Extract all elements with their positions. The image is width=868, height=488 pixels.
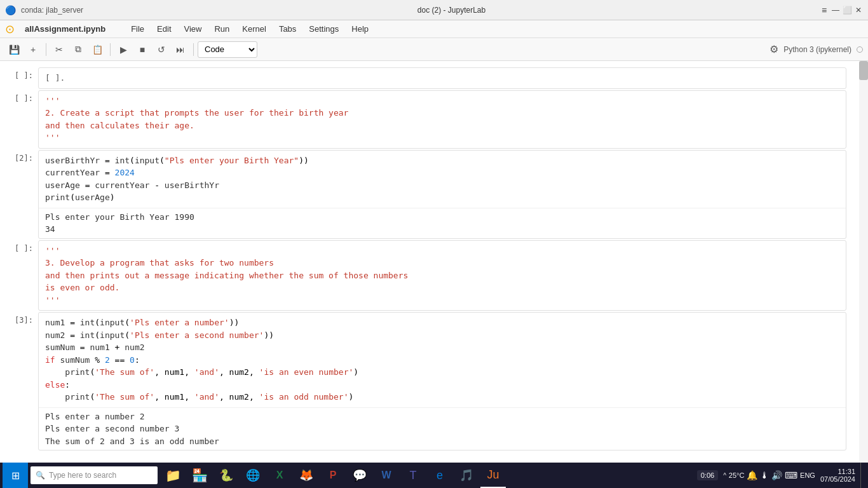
scrollbar[interactable] [859, 61, 868, 463]
timer-badge[interactable]: 0:06 [697, 470, 718, 480]
toolbar: 💾 + ✂ ⧉ 📋 ▶ ■ ↺ ⏭ Code Markdown Raw ⚙ Py… [0, 38, 868, 61]
hamburger-menu[interactable]: ≡ [820, 6, 829, 15]
taskbar-icon-music[interactable]: 🎵 [454, 463, 479, 488]
stop-button[interactable]: ■ [133, 41, 151, 58]
search-icon: 🔍 [36, 471, 45, 480]
taskbar-icon-explorer[interactable]: 📁 [160, 463, 186, 488]
minimize-button[interactable]: — [831, 6, 840, 15]
cell-output-4: Pls enter a number 2 Pls enter a second … [39, 407, 846, 451]
taskbar-icon-firefox[interactable]: 🦊 [294, 463, 319, 488]
cell-content-top: [ ]. [38, 67, 846, 89]
copy-button[interactable]: ⧉ [69, 41, 87, 58]
taskbar-icon-jupyter[interactable]: Ju [480, 463, 506, 488]
cell-label-4: [3]: [0, 312, 38, 327]
taskbar-icon-store[interactable]: 🏪 [187, 463, 212, 488]
taskbar-icon-powerpoint[interactable]: P [320, 463, 346, 488]
separator-1 [46, 43, 46, 56]
taskbar-icon-teams[interactable]: T [400, 463, 426, 488]
taskbar-icon-chrome[interactable]: 🌐 [240, 463, 266, 488]
cell-input-4: num1 = int(input('Pls enter a number')) … [39, 313, 846, 407]
restart-button[interactable]: ↺ [153, 41, 170, 58]
taskbar-icon-word[interactable]: W [374, 463, 399, 488]
search-placeholder: Type here to search [49, 471, 116, 480]
show-desktop-button[interactable] [860, 463, 865, 488]
systray-temp: 25°C [729, 471, 745, 479]
cell-input-1: ''' 2. Create a script that prompts the … [39, 91, 846, 148]
cell-label-3: [ ]: [0, 240, 38, 255]
cell-code-2: [2]: userBirthYr = int(input("Pls enter … [0, 150, 859, 239]
cell-label-top: [ ]: [0, 67, 38, 83]
systray-lang: ENG [800, 471, 815, 479]
taskbar-app-icons: 📁 🏪 🐍 🌐 X 🦊 P 💬 W T e [160, 463, 506, 488]
notebook-title: allAssignment.ipynb [20, 23, 111, 35]
menu-run[interactable]: Run [209, 23, 234, 35]
taskbar-right: 0:06 ^ 25°C 🔔 🌡 🔊 ⌨ ENG 11:31 07/05/2024 [697, 463, 865, 488]
menu-tabs[interactable]: Tabs [274, 23, 301, 35]
main-area: [ ]: [ ]. [ ]: ''' 2. Create a script th… [0, 61, 868, 463]
taskbar-icon-excel[interactable]: X [267, 463, 292, 488]
taskbar-icon-whatsapp[interactable]: 💬 [347, 463, 372, 488]
cell-input-top: [ ]. [39, 68, 846, 88]
scrollbar-thumb[interactable] [859, 61, 868, 80]
taskbar-icon-anaconda[interactable]: 🐍 [214, 463, 239, 488]
close-button[interactable]: ✕ [854, 6, 863, 15]
taskbar: ⊞ 🔍 Type here to search 📁 🏪 🐍 🌐 X 🦊 P 💬 [0, 463, 868, 488]
app-icon: 🔵 [5, 5, 16, 15]
run-button[interactable]: ▶ [114, 41, 132, 58]
menu-file[interactable]: File [126, 23, 149, 35]
conda-label: conda: jlab_server [21, 6, 83, 15]
systray-chevron[interactable]: ^ [723, 472, 726, 479]
kernel-gear-icon: ⚙ [770, 43, 778, 55]
restart-run-button[interactable]: ⏭ [172, 41, 189, 58]
titlebar: 🔵 conda: jlab_server doc (2) - JupyterLa… [0, 0, 868, 20]
systray-icons: 🔔 🌡 🔊 ⌨ [747, 470, 797, 480]
cell-code-4: [3]: num1 = int(input('Pls enter a numbe… [0, 312, 859, 451]
cell-input-3: ''' 3. Develop a program that asks for t… [39, 241, 846, 311]
search-bar[interactable]: 🔍 Type here to search [31, 466, 158, 484]
menubar: ⊙ allAssignment.ipynb File Edit View Run… [0, 20, 868, 38]
toolbar-right: ⚙ Python 3 (ipykernel) [770, 43, 863, 55]
cell-content-3[interactable]: ''' 3. Develop a program that asks for t… [38, 240, 846, 311]
window-controls[interactable]: ≡ — ⬜ ✕ [820, 6, 863, 15]
taskbar-icon-edge[interactable]: e [427, 463, 452, 488]
cell-content-2[interactable]: userBirthYr = int(input("Pls enter your … [38, 150, 846, 239]
menu-edit[interactable]: Edit [152, 23, 176, 35]
menu-view[interactable]: View [179, 23, 207, 35]
cell-output-2: Pls enter your Birth Year 1990 34 [39, 208, 846, 238]
separator-2 [110, 43, 111, 56]
menu-help[interactable]: Help [346, 23, 374, 35]
menu-kernel[interactable]: Kernel [237, 23, 271, 35]
kernel-status-indicator [857, 46, 863, 53]
add-cell-button[interactable]: + [24, 41, 42, 58]
notebook-icon: ⊙ [5, 22, 15, 36]
menu-settings[interactable]: Settings [304, 23, 344, 35]
cell-type-select[interactable]: Code Markdown Raw [198, 41, 257, 58]
start-button[interactable]: ⊞ [3, 463, 28, 488]
clock-time: 11:31 [820, 468, 855, 475]
cut-button[interactable]: ✂ [50, 41, 68, 58]
maximize-button[interactable]: ⬜ [843, 6, 851, 15]
cell-label-2: [2]: [0, 150, 38, 165]
window-title: doc (2) - JupyterLab [83, 6, 820, 15]
systray: ^ 25°C 🔔 🌡 🔊 ⌨ ENG [723, 470, 815, 480]
cell-content-1[interactable]: ''' 2. Create a script that prompts the … [38, 90, 846, 149]
cell-markdown-1: [ ]: ''' 2. Create a script that prompts… [0, 90, 859, 149]
timer-value: 0:06 [701, 471, 714, 479]
cell-content-4[interactable]: num1 = int(input('Pls enter a number')) … [38, 312, 846, 451]
cell-markdown-3: [ ]: ''' 3. Develop a program that asks … [0, 240, 859, 311]
save-button[interactable]: 💾 [5, 41, 23, 58]
cell-label-1: [ ]: [0, 90, 38, 105]
cell-input-2: userBirthYr = int(input("Pls enter your … [39, 151, 846, 208]
titlebar-left: 🔵 conda: jlab_server [5, 5, 83, 15]
notebook-area[interactable]: [ ]: [ ]. [ ]: ''' 2. Create a script th… [0, 61, 859, 463]
clock[interactable]: 11:31 07/05/2024 [820, 468, 855, 483]
paste-button[interactable]: 📋 [88, 41, 106, 58]
cell-top-partial: [ ]: [ ]. [0, 67, 859, 89]
separator-3 [193, 43, 194, 56]
kernel-label: Python 3 (ipykernel) [783, 45, 851, 54]
clock-date: 07/05/2024 [820, 475, 855, 483]
